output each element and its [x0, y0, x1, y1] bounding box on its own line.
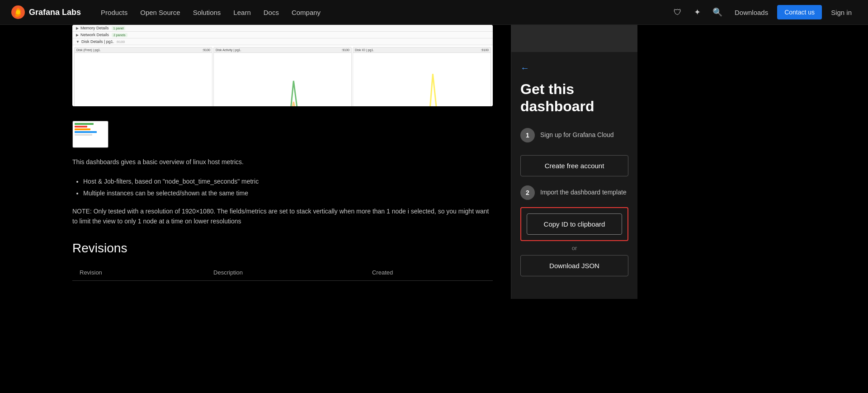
nav-open-source[interactable]: Open Source — [135, 6, 185, 19]
nav-docs[interactable]: Docs — [258, 6, 284, 19]
note-text: NOTE: Only tested with a resolution of 1… — [72, 206, 493, 227]
sidebar: ← Get this dashboard 1 Sign up for Grafa… — [511, 25, 637, 299]
feature-item-1: Host & Job-filters, based on "node_boot_… — [83, 176, 493, 187]
step-2-row: 2 Import the dashboard template — [520, 185, 628, 200]
shield-icon[interactable]: 🛡 — [670, 4, 686, 20]
sidebar-title: Get this dashboard — [520, 80, 628, 115]
preview-row-network: ▶ Network Details 2 panels — [72, 32, 493, 38]
svg-point-1 — [16, 10, 20, 14]
chart-disk-activity: Disk Activity | pg1. :9100 Write (kb/s) … — [213, 47, 352, 106]
revisions-table: Revision Description Created — [72, 265, 493, 281]
download-json-button[interactable]: Download JSON — [520, 255, 628, 276]
copy-id-button[interactable]: Copy ID to clipboard — [527, 213, 622, 235]
chart-disk-free: Disk (Free) | pg1. :9100 / (root) | stac… — [74, 47, 212, 106]
step-1-section: 1 Sign up for Grafana Cloud Create free … — [520, 128, 628, 176]
nav-right: 🛡 ✦ 🔍 Downloads Contact us Sign in — [670, 4, 857, 20]
page-layout: ▶ Memory Details 1 panel ▶ Network Detai… — [0, 25, 868, 299]
col-created: Created — [365, 265, 493, 281]
features-list: Host & Job-filters, based on "node_boot_… — [72, 176, 493, 199]
dashboard-preview: ▶ Memory Details 1 panel ▶ Network Detai… — [72, 25, 493, 106]
preview-row-disk-details: ▼ Disk Details | pg1. :9100 — [72, 38, 493, 45]
step-1-label: Sign up for Grafana Cloud — [540, 128, 614, 140]
star-icon[interactable]: ✦ — [689, 4, 706, 20]
chart-disk-io: Disk IO | pg1. :9100 Read (kb/s) | Write… — [353, 47, 491, 106]
nav-solutions[interactable]: Solutions — [188, 6, 226, 19]
col-description: Description — [206, 265, 365, 281]
search-icon[interactable]: 🔍 — [709, 4, 726, 20]
step-1-row: 1 Sign up for Grafana Cloud — [520, 128, 628, 142]
col-revision: Revision — [72, 265, 206, 281]
dashboard-thumbnail — [72, 121, 108, 148]
preview-row-memory: ▶ Memory Details 1 panel — [72, 25, 493, 32]
sidebar-top-panel — [511, 25, 637, 52]
nav-downloads[interactable]: Downloads — [729, 6, 774, 19]
step-2-section: 2 Import the dashboard template Copy ID … — [520, 185, 628, 276]
nav-items: Products Open Source Solutions Learn Doc… — [95, 6, 670, 19]
main-content: ▶ Memory Details 1 panel ▶ Network Detai… — [0, 25, 511, 299]
step-1-circle: 1 — [520, 128, 535, 142]
logo[interactable]: Grafana Labs — [11, 5, 81, 19]
contact-us-button[interactable]: Contact us — [777, 5, 822, 19]
feature-item-2: Multiple instances can be selected/shown… — [83, 188, 493, 199]
main-nav: Grafana Labs Products Open Source Soluti… — [0, 0, 868, 25]
logo-text: Grafana Labs — [29, 8, 81, 17]
nav-signin[interactable]: Sign in — [826, 6, 857, 19]
preview-charts: Disk (Free) | pg1. :9100 / (root) | stac… — [72, 45, 493, 106]
nav-company[interactable]: Company — [286, 6, 326, 19]
sidebar-content: ← Get this dashboard 1 Sign up for Grafa… — [511, 52, 637, 296]
create-free-account-button[interactable]: Create free account — [520, 155, 628, 176]
dashboard-description: This dashboards gives a basic overview o… — [72, 157, 493, 167]
nav-products[interactable]: Products — [95, 6, 133, 19]
back-arrow-icon: ← — [520, 63, 529, 73]
back-button[interactable]: ← — [520, 63, 628, 73]
revisions-title: Revisions — [72, 241, 493, 256]
or-divider: or — [520, 245, 628, 251]
step-2-circle: 2 — [520, 185, 535, 200]
step-2-label: Import the dashboard template — [540, 185, 627, 197]
nav-learn[interactable]: Learn — [228, 6, 256, 19]
copy-id-highlight-box: Copy ID to clipboard — [520, 207, 628, 241]
